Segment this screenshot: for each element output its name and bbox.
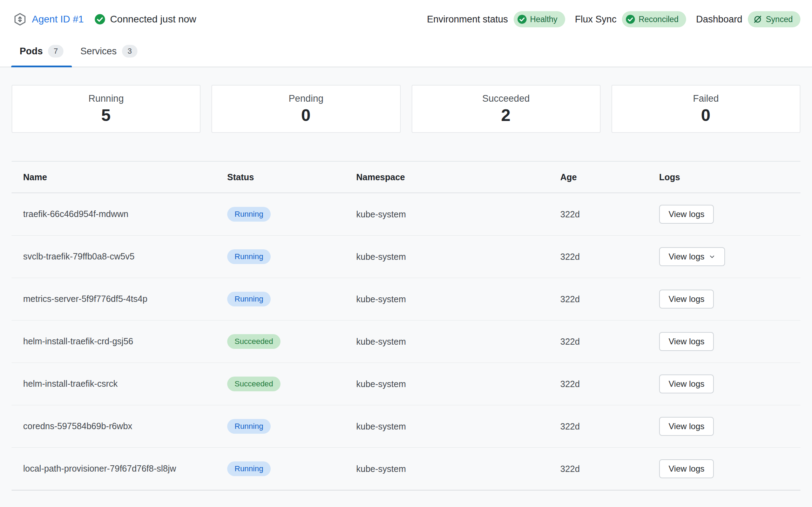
- stat-running-value: 5: [101, 106, 111, 125]
- agent-connection-group: Agent ID #1 Connected just now: [13, 12, 196, 26]
- connected-check-circle-icon: [94, 14, 106, 25]
- pod-namespace: kube-system: [356, 252, 559, 262]
- environment-healthy-badge: Healthy: [514, 11, 565, 27]
- stat-succeeded-label: Succeeded: [482, 93, 530, 104]
- connection-status-text: Connected just now: [110, 14, 196, 25]
- check-circle-icon: [517, 14, 527, 24]
- tab-bar: Pods 7 Services 3: [0, 39, 812, 67]
- main-content: Running 5 Pending 0 Succeeded 2 Failed 0…: [0, 67, 812, 507]
- view-logs-dropdown-button[interactable]: View logs: [659, 247, 725, 266]
- stat-failed-value: 0: [701, 106, 711, 125]
- agent-hexagon-arrows-icon: [13, 12, 27, 26]
- tab-services-count-badge: 3: [122, 45, 137, 58]
- dashboard-label: Dashboard: [696, 14, 742, 25]
- table-row: helm-install-traefik-crd-gsj56 Succeeded…: [12, 320, 800, 363]
- table-row: local-path-provisioner-79f67d76f8-sl8jw …: [12, 448, 800, 491]
- view-logs-button[interactable]: View logs: [659, 290, 714, 309]
- pod-age: 322d: [559, 379, 659, 389]
- pod-name: coredns-597584b69b-r6wbx: [23, 420, 132, 432]
- tab-pods[interactable]: Pods 7: [11, 39, 72, 67]
- tab-services-label: Services: [80, 46, 117, 57]
- stat-card-failed: Failed 0: [611, 85, 800, 133]
- pod-namespace: kube-system: [356, 209, 559, 219]
- agent-id-link[interactable]: Agent ID #1: [32, 14, 84, 25]
- environment-healthy-text: Healthy: [530, 15, 557, 24]
- chevron-down-icon: [709, 253, 716, 260]
- pod-namespace: kube-system: [356, 337, 559, 347]
- pod-name: traefik-66c46d954f-mdwwn: [23, 208, 128, 220]
- pod-name: local-path-provisioner-79f67d76f8-sl8jw: [23, 463, 176, 475]
- column-header-name: Name: [12, 172, 227, 182]
- dashboard-synced-badge: Synced: [748, 11, 800, 27]
- table-row: svclb-traefik-79ffb0a8-cw5v5 Running kub…: [12, 236, 800, 278]
- table-row: traefik-66c46d954f-mdwwn Running kube-sy…: [12, 193, 800, 236]
- table-row: helm-install-traefik-csrck Succeeded kub…: [12, 363, 800, 405]
- pod-namespace: kube-system: [356, 294, 559, 304]
- stat-pending-value: 0: [301, 106, 311, 125]
- column-header-age: Age: [559, 172, 659, 182]
- table-row: coredns-597584b69b-r6wbx Running kube-sy…: [12, 405, 800, 448]
- flux-reconciled-text: Reconciled: [638, 15, 678, 24]
- pod-age: 322d: [559, 294, 659, 304]
- table-header-row: Name Status Namespace Age Logs: [12, 162, 800, 193]
- pod-name: helm-install-traefik-crd-gsj56: [23, 336, 133, 347]
- status-badge: Running: [227, 249, 271, 264]
- dashboard-synced-text: Synced: [766, 15, 793, 24]
- top-header-bar: Agent ID #1 Connected just now Environme…: [0, 0, 812, 35]
- pods-table: Name Status Namespace Age Logs traefik-6…: [12, 161, 800, 491]
- stat-pending-label: Pending: [289, 93, 323, 104]
- status-badge: Succeeded: [227, 334, 280, 349]
- pod-age: 322d: [559, 464, 659, 474]
- status-badge: Running: [227, 207, 271, 222]
- flux-reconciled-badge: Reconciled: [622, 11, 686, 27]
- column-header-status: Status: [227, 172, 356, 182]
- table-row: metrics-server-5f9f776df5-4ts4p Running …: [12, 278, 800, 320]
- pod-age: 322d: [559, 337, 659, 347]
- stat-card-succeeded: Succeeded 2: [412, 85, 601, 133]
- flux-sync-label: Flux Sync: [575, 14, 617, 25]
- pod-namespace: kube-system: [356, 464, 559, 474]
- view-logs-button[interactable]: View logs: [659, 205, 714, 224]
- status-badge: Running: [227, 292, 271, 306]
- view-logs-button[interactable]: View logs: [659, 417, 714, 436]
- pod-stat-cards: Running 5 Pending 0 Succeeded 2 Failed 0: [12, 85, 800, 133]
- view-logs-button[interactable]: View logs: [659, 332, 714, 351]
- stat-card-pending: Pending 0: [211, 85, 400, 133]
- status-badge: Succeeded: [227, 377, 280, 391]
- pod-name: metrics-server-5f9f776df5-4ts4p: [23, 293, 147, 305]
- stat-running-label: Running: [88, 93, 124, 104]
- check-circle-icon: [625, 14, 635, 24]
- pod-age: 322d: [559, 252, 659, 262]
- pod-age: 322d: [559, 421, 659, 432]
- status-badge: Running: [227, 461, 271, 476]
- slashed-circle-sync-icon: [753, 14, 763, 24]
- tab-pods-label: Pods: [20, 46, 43, 57]
- view-logs-button[interactable]: View logs: [659, 374, 714, 393]
- status-badge: Running: [227, 419, 271, 434]
- tab-pods-count-badge: 7: [48, 45, 63, 58]
- pod-namespace: kube-system: [356, 421, 559, 432]
- pod-name: svclb-traefik-79ffb0a8-cw5v5: [23, 251, 135, 263]
- environment-status-group: Environment status Healthy Flux Sync Rec…: [427, 11, 800, 27]
- pod-namespace: kube-system: [356, 379, 559, 389]
- pod-name: helm-install-traefik-csrck: [23, 378, 117, 390]
- environment-status-label: Environment status: [427, 14, 508, 25]
- pod-age: 322d: [559, 209, 659, 219]
- view-logs-button[interactable]: View logs: [659, 459, 714, 478]
- stat-succeeded-value: 2: [501, 106, 511, 125]
- column-header-logs: Logs: [659, 172, 800, 182]
- column-header-namespace: Namespace: [356, 172, 559, 182]
- tab-services[interactable]: Services 3: [72, 39, 146, 67]
- stat-failed-label: Failed: [693, 93, 719, 104]
- stat-card-running: Running 5: [12, 85, 201, 133]
